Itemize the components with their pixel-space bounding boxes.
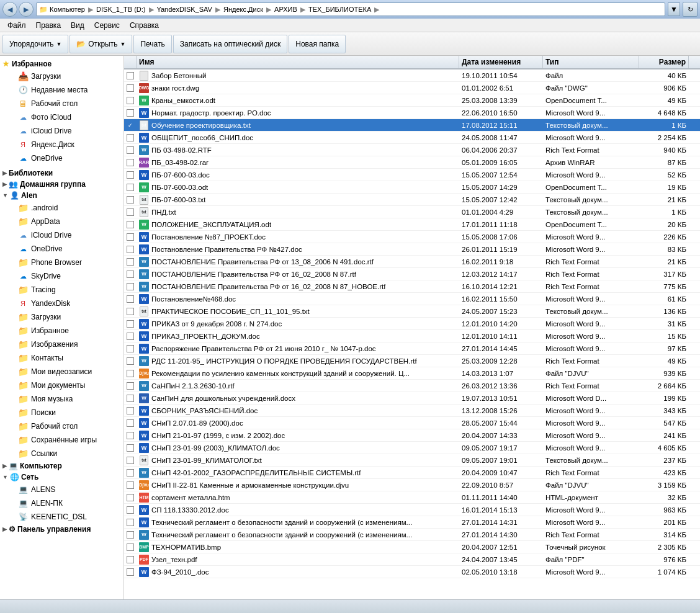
address-dropdown[interactable]: ▼ (668, 2, 680, 16)
file-checkbox[interactable] (127, 196, 134, 204)
table-row[interactable]: ✓txtОбучение проектировщика.txt17.08.201… (124, 119, 700, 132)
table-row[interactable]: txtПБ-07-600-03.txt15.05.2007 12:42Текст… (124, 194, 700, 206)
sidebar-item-icloud-alen[interactable]: ☁ iCloud Drive (0, 228, 123, 242)
file-checkbox[interactable] (127, 407, 134, 414)
sidebar-item-searches[interactable]: 📁 Поиски (0, 406, 123, 419)
sidebar-item-downloads[interactable]: 📥 Загрузки (0, 69, 123, 83)
sidebar-item-music[interactable]: 📁 Моя музыка (0, 392, 123, 406)
sidebar-item-foto-icloud[interactable]: ☁ Фото iCloud (0, 110, 123, 124)
back-button[interactable]: ◀ (2, 2, 17, 17)
table-row[interactable]: WТехнический регламент о безопасности зд… (124, 516, 700, 529)
table-row[interactable]: WТехнический регламент о безопасности зд… (124, 529, 700, 541)
sidebar-item-onedrive-alen[interactable]: ☁ OneDrive (0, 242, 123, 256)
table-row[interactable]: RARПБ_03-498-02.rar05.01.2009 16:05Архив… (124, 156, 700, 169)
file-checkbox[interactable] (127, 233, 134, 241)
file-checkbox[interactable] (127, 370, 134, 377)
table-row[interactable]: WПРИКАЗ_ПРОЕКТН_ДОКУМ.doc12.01.2010 14:1… (124, 330, 700, 342)
sidebar-item-desktop-alen[interactable]: 📁 Рабочий стол (0, 419, 123, 433)
table-row[interactable]: WСанПиН для дошкольных учреждений.docx19… (124, 392, 700, 405)
file-checkbox[interactable] (127, 506, 134, 514)
table-row[interactable]: WНормат. градостр. проектир. РО.doc22.06… (124, 107, 700, 119)
file-checkbox[interactable] (127, 494, 134, 501)
file-list[interactable]: Забор Бетонный19.10.2011 10:54Файл40 КБD… (124, 69, 700, 599)
table-row[interactable]: DWGзнаки гост.dwg01.01.2002 6:51Файл "DW… (124, 82, 700, 94)
table-row[interactable]: WСНиП 21-01-97 (1999, с изм. 2 2002).doc… (124, 429, 700, 442)
file-checkbox[interactable] (127, 84, 134, 92)
table-row[interactable]: Забор Бетонный19.10.2011 10:54Файл40 КБ (124, 69, 700, 82)
file-checkbox[interactable] (127, 544, 134, 551)
sidebar-item-tracing[interactable]: 📁 Tracing (0, 283, 123, 297)
file-checkbox[interactable] (127, 457, 134, 464)
file-checkbox[interactable] (127, 481, 134, 489)
table-row[interactable]: BMPТЕХНОРМАТИВ.bmp20.04.2007 12:51Точечн… (124, 541, 700, 553)
sidebar-item-alens[interactable]: 💻 ALENS (0, 483, 123, 496)
file-checkbox[interactable] (127, 109, 134, 117)
file-checkbox[interactable] (127, 159, 134, 166)
file-checkbox[interactable] (127, 258, 134, 266)
file-checkbox[interactable] (127, 221, 134, 228)
sidebar-item-android[interactable]: 📁 .android (0, 201, 123, 215)
table-row[interactable]: WПБ-07-600-03.odt15.05.2007 14:29OpenDoc… (124, 181, 700, 194)
sidebar-item-images-alen[interactable]: 📁 Изображения (0, 338, 123, 351)
file-checkbox[interactable] (127, 531, 134, 539)
organize-button[interactable]: Упорядочить ▼ (2, 35, 68, 53)
forward-button[interactable]: ▶ (19, 2, 34, 17)
table-row[interactable]: WРДС 11-201-95_ ИНСТРУКЦИЯ О ПОРЯДКЕ ПРО… (124, 355, 700, 367)
table-row[interactable]: HTMсортамент металла.htm01.11.2011 14:40… (124, 491, 700, 504)
table-row[interactable]: WСНиП 23-01-99 (2003)_КЛИМАТОЛ.doc09.05.… (124, 442, 700, 454)
table-row[interactable]: WСНиП 2.07.01-89 (2000).doc28.05.2007 15… (124, 417, 700, 429)
file-checkbox[interactable] (127, 208, 134, 216)
sidebar-item-docs[interactable]: 📁 Мои документы (0, 378, 123, 392)
file-checkbox[interactable] (127, 246, 134, 253)
sidebar-group-favorites[interactable]: ★ Избранное (0, 58, 123, 69)
table-row[interactable]: WПостановление Правительства РФ №427.doc… (124, 243, 700, 256)
file-checkbox[interactable] (127, 308, 134, 315)
open-button[interactable]: 📂 Открыть ▼ (70, 35, 132, 53)
sidebar-group-computer[interactable]: ▶ 💻 Компьютер (0, 460, 123, 472)
sidebar-item-control-panel[interactable]: ▶ ⚙ Панель управления (0, 524, 123, 535)
file-checkbox[interactable] (127, 283, 134, 290)
file-checkbox[interactable] (127, 72, 134, 79)
file-checkbox[interactable] (127, 333, 134, 340)
sidebar-item-yandexdisk-alen[interactable]: Я YandexDisk (0, 297, 123, 310)
col-header-name[interactable]: Имя (137, 56, 459, 68)
table-row[interactable]: WПОСТАНОВЛЕНИЕ Правительства РФ от 16_02… (124, 268, 700, 280)
table-row[interactable]: WПБ 03-498-02.RTF06.04.2006 20:37Rich Te… (124, 144, 700, 156)
sidebar-item-izbrannoye-alen[interactable]: 📁 Избранное (0, 324, 123, 338)
table-row[interactable]: WОБЩЕПИТ_пособ6_СНИП.doc24.05.2008 11:47… (124, 132, 700, 144)
table-row[interactable]: WФЗ-94_2010_.doc02.05.2010 13:18Microsof… (124, 566, 700, 578)
sidebar-item-appdata[interactable]: 📁 AppData (0, 215, 123, 228)
table-row[interactable]: txtПНД.txt01.01.2004 4:29Текстовый докум… (124, 206, 700, 218)
file-checkbox[interactable] (127, 556, 134, 563)
sidebar-item-downloads-alen[interactable]: 📁 Загрузки (0, 310, 123, 324)
col-header-date[interactable]: Дата изменения (459, 56, 543, 68)
menu-file[interactable]: Файл (2, 20, 31, 31)
sidebar-item-phone-browser[interactable]: 📁 Phone Browser (0, 256, 123, 269)
file-checkbox[interactable] (127, 444, 134, 452)
menu-edit[interactable]: Правка (31, 20, 66, 31)
table-row[interactable]: WПБ-07-600-03.doc15.05.2007 12:54Microso… (124, 169, 700, 181)
file-checkbox[interactable] (127, 146, 134, 154)
file-checkbox[interactable] (127, 357, 134, 365)
col-header-type[interactable]: Тип (543, 56, 639, 68)
table-row[interactable]: txtПРАКТИЧЕСКОЕ ПОСОБИЕ_СП_11_101_95.txt… (124, 305, 700, 318)
sidebar-group-libraries[interactable]: ▶ Библиотеки (0, 168, 123, 179)
sidebar-group-homegroup[interactable]: ▶ 👥 Домашняя группа (0, 179, 123, 190)
menu-view[interactable]: Вид (66, 20, 89, 31)
file-checkbox[interactable] (127, 320, 134, 328)
file-checkbox[interactable] (127, 382, 134, 390)
table-row[interactable]: WКраны_емкости.odt25.03.2008 13:39OpenDo… (124, 94, 700, 107)
file-checkbox[interactable] (127, 469, 134, 477)
sidebar-item-alen-pc[interactable]: 💻 ALEN-ПК (0, 496, 123, 510)
sidebar-item-videos[interactable]: 📁 Мои видеозаписи (0, 365, 123, 378)
menu-help[interactable]: Справка (125, 20, 164, 31)
burn-button[interactable]: Записать на оптический диск (173, 35, 288, 53)
file-checkbox[interactable] (127, 568, 134, 576)
sidebar-item-saved-games[interactable]: 📁 Сохранённые игры (0, 433, 123, 447)
sidebar-group-alen[interactable]: ▼ 👤 Alen (0, 190, 123, 201)
menu-tools[interactable]: Сервис (89, 20, 125, 31)
new-folder-button[interactable]: Новая папка (289, 35, 346, 53)
file-checkbox[interactable] (127, 519, 134, 526)
table-row[interactable]: WСНиП 42-01-2002_ГАЗОРАСПРЕДЕЛИТЕЛЬНЫЕ С… (124, 467, 700, 479)
address-bar[interactable]: 📁 Компьютер ▶ DISK_1_TB (D:) ▶ YandexDIS… (36, 2, 665, 16)
